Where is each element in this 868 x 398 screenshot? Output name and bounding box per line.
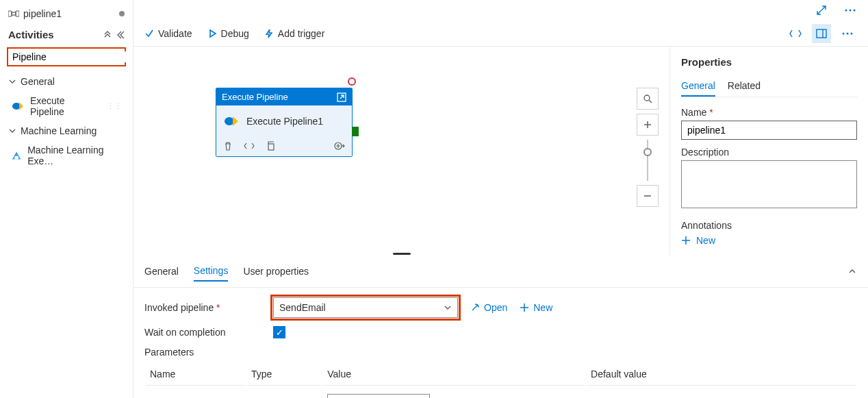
zoom-thumb[interactable] xyxy=(643,148,652,156)
svg-point-9 xyxy=(854,10,856,12)
success-output-handle[interactable] xyxy=(352,127,359,136)
activities-sidebar: pipeline1 Activities General Execute Pip… xyxy=(0,0,133,398)
tab-header: pipeline1 xyxy=(5,4,127,23)
invoked-pipeline-select[interactable]: SendEmail xyxy=(273,297,458,318)
parameters-table: Name Type Value Default value receiver s… xyxy=(144,362,857,398)
invoked-pipeline-label: Invoked pipeline * xyxy=(144,302,261,313)
parameters-label: Parameters xyxy=(144,347,857,358)
svg-rect-6 xyxy=(14,156,18,159)
activity-node[interactable]: Execute Pipeline Execute Pipeline1 xyxy=(216,88,353,157)
collapse-panel-icon[interactable] xyxy=(115,30,125,40)
activities-title: Activities xyxy=(8,29,54,40)
actionbar: Validate Debug Add trigger xyxy=(133,21,868,47)
tab-general[interactable]: General xyxy=(681,76,715,97)
node-footer xyxy=(216,137,352,156)
activity-execute-pipeline[interactable]: Execute Pipeline ⋮⋮ xyxy=(5,91,127,121)
expand-icon[interactable] xyxy=(812,1,831,20)
node-body: Execute Pipeline1 xyxy=(216,105,352,137)
delete-icon[interactable] xyxy=(223,141,233,151)
chevron-down-icon xyxy=(444,303,452,312)
annotations-label: Annotations xyxy=(681,220,857,231)
zoom-in-button[interactable] xyxy=(637,114,659,136)
svg-point-19 xyxy=(644,95,650,101)
svg-point-13 xyxy=(847,32,849,34)
name-label: Name * xyxy=(681,107,857,118)
svg-rect-0 xyxy=(8,11,12,16)
wait-on-completion-checkbox[interactable]: ✓ xyxy=(273,326,285,338)
execute-pipeline-icon xyxy=(11,101,25,112)
splitter-handle[interactable] xyxy=(133,251,669,256)
activities-search[interactable] xyxy=(7,47,126,66)
properties-toggle-icon[interactable] xyxy=(812,24,831,43)
col-name: Name xyxy=(146,363,246,386)
ml-icon xyxy=(11,150,22,161)
svg-rect-1 xyxy=(16,11,19,16)
bottom-tabs: General Settings User properties xyxy=(133,256,868,288)
group-ml[interactable]: Machine Learning xyxy=(5,121,127,140)
zoom-tools xyxy=(637,88,659,207)
group-general[interactable]: General xyxy=(5,72,127,91)
search-input[interactable] xyxy=(12,51,132,62)
svg-rect-2 xyxy=(12,12,16,15)
debug-button[interactable]: Debug xyxy=(207,28,249,39)
activities-title-row: Activities xyxy=(5,23,127,45)
col-type: Type xyxy=(247,363,322,386)
svg-point-7 xyxy=(845,10,847,12)
node-header: Execute Pipeline xyxy=(216,88,352,105)
execute-pipeline-icon xyxy=(223,115,240,127)
tab-user-properties[interactable]: User properties xyxy=(243,262,309,281)
topbar xyxy=(133,0,868,21)
svg-rect-10 xyxy=(817,29,826,38)
validate-button[interactable]: Validate xyxy=(144,28,192,39)
copy-icon[interactable] xyxy=(266,141,275,151)
code-view-icon[interactable] xyxy=(786,24,805,43)
validation-error-icon xyxy=(348,77,356,86)
collapse-bottom-icon[interactable] xyxy=(847,266,857,276)
main-area: Validate Debug Add trigger xyxy=(133,0,868,398)
properties-title: Properties xyxy=(681,56,857,68)
add-trigger-button[interactable]: Add trigger xyxy=(264,28,324,39)
svg-point-16 xyxy=(225,117,234,125)
canvas[interactable]: Execute Pipeline Execute Pipeline1 xyxy=(133,47,669,256)
fit-to-screen-button[interactable] xyxy=(637,88,659,110)
chevron-down-icon xyxy=(8,77,16,86)
collapse-all-icon[interactable] xyxy=(103,30,112,40)
properties-panel: Properties General Related Name * Descri… xyxy=(669,47,868,256)
tab-general-bottom[interactable]: General xyxy=(144,262,179,281)
zoom-slider[interactable] xyxy=(647,140,648,181)
col-default: Default value xyxy=(587,363,856,386)
new-annotation-button[interactable]: New xyxy=(681,235,857,246)
zoom-out-button[interactable] xyxy=(637,185,659,207)
svg-point-14 xyxy=(851,32,853,34)
unsaved-dot-icon xyxy=(119,11,125,16)
activity-ml-execute[interactable]: Machine Learning Exe… xyxy=(5,140,127,171)
param-value-input[interactable] xyxy=(327,394,430,398)
svg-line-20 xyxy=(649,100,652,103)
pipeline-tab-icon xyxy=(8,10,19,18)
new-pipeline-button[interactable]: New xyxy=(520,302,552,313)
table-row: receiver string youremail@contoso.com xyxy=(146,387,856,398)
more-canvas-icon[interactable] xyxy=(838,24,857,43)
grip-icon: ⋮⋮ xyxy=(107,102,122,111)
description-label: Description xyxy=(681,147,857,158)
name-input[interactable] xyxy=(681,121,857,140)
wait-on-completion-label: Wait on completion xyxy=(144,327,261,338)
svg-point-8 xyxy=(850,10,852,12)
col-value: Value xyxy=(323,363,585,386)
properties-tabs: General Related xyxy=(681,76,857,97)
tab-related[interactable]: Related xyxy=(728,76,761,97)
svg-rect-17 xyxy=(268,144,274,150)
chevron-down-icon xyxy=(8,127,16,135)
add-output-icon[interactable] xyxy=(334,141,345,151)
description-input[interactable] xyxy=(681,160,857,208)
svg-point-12 xyxy=(843,32,845,34)
more-icon[interactable] xyxy=(841,1,860,20)
open-pipeline-button[interactable]: Open xyxy=(470,302,507,313)
code-icon[interactable] xyxy=(244,141,255,151)
tab-name: pipeline1 xyxy=(23,8,62,19)
settings-panel: Invoked pipeline * SendEmail Open New Wa… xyxy=(133,288,868,398)
open-node-icon[interactable] xyxy=(337,92,346,102)
tab-settings[interactable]: Settings xyxy=(194,261,229,282)
